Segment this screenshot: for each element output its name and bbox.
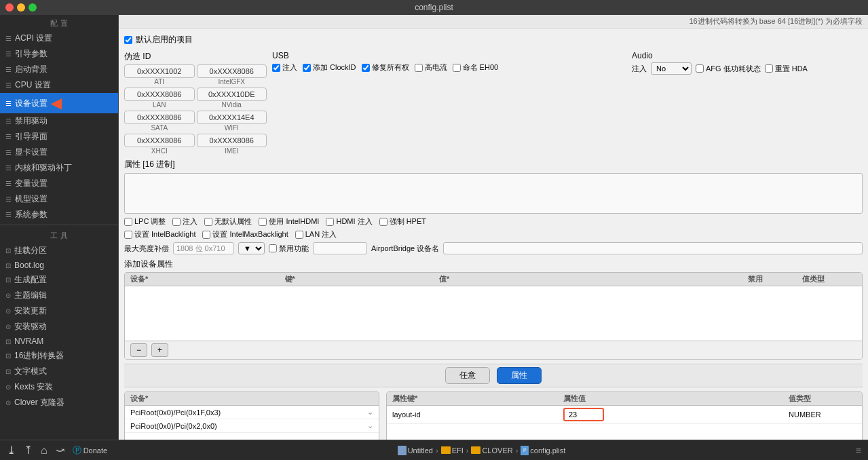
content-area: 16进制代码将转换为 base 64 [16进制](*) 为必填字段 默认启用的…	[119, 15, 868, 440]
wifi-btn[interactable]: 0xXXXX14E4	[197, 111, 267, 124]
audio-resethda-checkbox[interactable]: 重置 HDA	[765, 64, 808, 74]
tools-section-title: 工 具	[0, 227, 118, 243]
share-icon[interactable]: ⤻	[56, 444, 64, 457]
usb-inject-checkbox[interactable]: 注入	[272, 62, 297, 73]
main-sections: 默认启用的项目 伪造 ID 0xXXXX1002 ATI 0xXXXX8086	[119, 28, 868, 440]
maximize-button[interactable]	[29, 3, 37, 12]
props-section: 属性键* 属性值 值类型 layout-id NUMBER	[386, 391, 863, 440]
sidebar-item-devices[interactable]: ☰ 设备设置 ◀	[0, 93, 118, 113]
audio-inject-select[interactable]: No 1 2 Auto	[651, 62, 692, 75]
sidebar-item-label: Kexts 安装	[14, 381, 53, 393]
donate-button[interactable]: Ⓟ Donate	[73, 444, 107, 457]
sidebar-item-kernel[interactable]: ☰ 内核和驱动补丁	[0, 160, 118, 176]
folder-icon-2	[471, 446, 480, 454]
inject2-checkbox[interactable]: 注入	[172, 216, 197, 227]
sata-btn[interactable]: 0xXXXX8086	[124, 111, 195, 124]
ati-btn[interactable]: 0xXXXX1002	[124, 64, 195, 78]
home-icon[interactable]: ⌂	[41, 444, 48, 457]
sidebar-item-partitions[interactable]: ⊡ 挂载分区	[0, 243, 118, 258]
statusbar: ⤓ ⤒ ⌂ ⤻ Ⓟ Donate Untitled › EFI › CLOVER…	[0, 440, 868, 460]
laninject-checkbox[interactable]: LAN 注入	[295, 229, 337, 239]
sidebar-item-theme[interactable]: ⊙ 主题编辑	[0, 288, 118, 303]
breadcrumb-config: P config.plist	[521, 446, 565, 455]
sidebar-item-label: 16进制转换器	[14, 350, 64, 362]
xhci-btn[interactable]: 0xXXXX8086	[124, 134, 195, 147]
disable-func-input[interactable]	[313, 242, 367, 254]
sidebar-item-install-kext[interactable]: ⊙ 安装驱动	[0, 319, 118, 334]
properties-section: 属性 [16 进制] LPC 调整 注入 无默认属性 使用 IntelHDMI …	[124, 159, 863, 254]
airport-input[interactable]	[443, 242, 863, 254]
sidebar-item-boot-bg[interactable]: ☰ 启动背景	[0, 62, 118, 77]
list-icon: ☰	[5, 149, 12, 156]
sidebar-item-disabled-drivers[interactable]: ☰ 禁用驱动	[0, 113, 118, 129]
lower-checkboxes-2: 设置 IntelBacklight 设置 IntelMaxBacklight L…	[124, 229, 863, 239]
hdmiinject-checkbox[interactable]: HDMI 注入	[326, 216, 372, 227]
device-body: PciRoot(0x0)/Pci(0x1F,0x3) ⌄ PciRoot(0x0…	[125, 406, 379, 440]
prop-value-input[interactable]	[563, 408, 604, 421]
usb-nameh00-checkbox[interactable]: 命名 EH00	[453, 62, 499, 73]
sidebar-item-system[interactable]: ☰ 系统参数	[0, 207, 118, 223]
sidebar-item-acpi[interactable]: ☰ ACPI 设置	[0, 31, 118, 46]
sidebar-item-kexts[interactable]: ⊙ Kexts 安装	[0, 379, 118, 395]
usb-fixownership-checkbox[interactable]: 修复所有权	[362, 62, 409, 73]
forcehpet-checkbox[interactable]: 强制 HPET	[379, 216, 426, 227]
intel-btn[interactable]: 0xXXXX8086	[197, 64, 267, 78]
nvram-icon: ⊡	[5, 338, 11, 345]
sidebar-item-boot-ui[interactable]: ☰ 引导界面	[0, 129, 118, 145]
menu-icon[interactable]: ≡	[856, 445, 861, 456]
brightness-input[interactable]	[173, 242, 234, 254]
sidebar-item-hex-conv[interactable]: ⊡ 16进制转换器	[0, 348, 118, 364]
any-button[interactable]: 任意	[445, 367, 490, 384]
sidebar-item-cpu[interactable]: ☰ CPU 设置	[0, 77, 118, 93]
active-arrow: ◀	[51, 95, 61, 111]
sidebar-item-genconfig[interactable]: ⊡ 生成配置	[0, 272, 118, 288]
audio-inject-label: 注入	[632, 64, 647, 74]
device-header: 设备*	[125, 392, 379, 406]
device-row: PciRoot(0x0)/Pci(0x2,0x0) ⌄	[125, 419, 379, 433]
export-icon[interactable]: ⤒	[24, 444, 33, 457]
add-prop-button[interactable]: +	[151, 343, 168, 357]
intelbacklight-checkbox[interactable]: 设置 IntelBacklight	[124, 229, 195, 239]
remove-prop-button[interactable]: −	[130, 343, 147, 357]
default-enabled-checkbox[interactable]	[124, 36, 132, 44]
brightness-select[interactable]: ▼	[238, 242, 265, 254]
lpc-checkbox[interactable]: LPC 调整	[124, 216, 166, 227]
sidebar-item-label: 设备设置	[15, 98, 48, 109]
fake-id-item-intel: 0xXXXX8086 IntelGFX	[197, 64, 267, 85]
sidebar-item-update[interactable]: ⊙ 安装更新	[0, 303, 118, 319]
device-chevron-1[interactable]: ⌄	[367, 408, 373, 417]
sidebar-item-nvram[interactable]: ⊡ NVRAM	[0, 334, 118, 348]
minimize-button[interactable]	[17, 3, 25, 12]
device-chevron-2[interactable]: ⌄	[367, 421, 373, 430]
disable-func-checkbox[interactable]: 禁用功能	[269, 244, 309, 254]
intelmaxbacklight-checkbox[interactable]: 设置 IntelMaxBacklight	[202, 229, 288, 239]
sidebar-item-cloner[interactable]: ⊙ Clover 克隆器	[0, 395, 118, 410]
audio-afg-checkbox[interactable]: AFG 低功耗状态	[696, 64, 761, 74]
usb-clockid-checkbox[interactable]: 添加 ClockID	[303, 62, 356, 73]
sidebar-item-model[interactable]: ☰ 机型设置	[0, 191, 118, 207]
audio-label: Audio	[632, 51, 863, 60]
sidebar-item-display[interactable]: ☰ 显卡设置	[0, 145, 118, 160]
close-button[interactable]	[5, 3, 14, 12]
sidebar-item-label: 机型设置	[15, 193, 48, 205]
usb-checkboxes: 注入 添加 ClockID 修复所有权 高电流 命名 EH00	[272, 62, 626, 73]
properties-textarea[interactable]	[124, 173, 863, 214]
login-icon[interactable]: ⤓	[7, 444, 16, 457]
sidebar-item-text-mode[interactable]: ⊡ 文字模式	[0, 364, 118, 379]
folder-icon	[441, 446, 451, 454]
intelhdmi-checkbox[interactable]: 使用 IntelHDMI	[259, 216, 319, 227]
file-icon	[398, 446, 407, 455]
nvidia-btn[interactable]: 0xXXXX10DE	[197, 88, 267, 101]
add-prop-footer: − +	[125, 341, 862, 359]
lan-btn[interactable]: 0xXXXX8086	[124, 88, 195, 101]
imei-btn[interactable]: 0xXXXX8086	[197, 134, 267, 147]
sidebar-item-label: 禁用驱动	[15, 115, 48, 127]
plist-icon: P	[521, 446, 529, 455]
sidebar-item-variables[interactable]: ☰ 变量设置	[0, 176, 118, 191]
usb-highcurrent-checkbox[interactable]: 高电流	[415, 62, 447, 73]
nodefprop-checkbox[interactable]: 无默认属性	[204, 216, 252, 227]
properties-button[interactable]: 属性	[497, 367, 542, 384]
sidebar-item-bootlog[interactable]: ⊡ Boot.log	[0, 258, 118, 272]
sidebar-item-boot-args[interactable]: ☰ 引导参数	[0, 46, 118, 62]
fake-id-item-imei: 0xXXXX8086 IMEI	[197, 134, 267, 155]
